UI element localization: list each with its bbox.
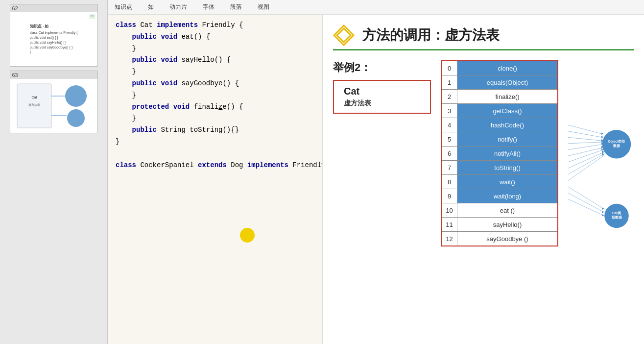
cat-box-title: Cat — [344, 86, 420, 97]
vtable-num-5: 5 — [442, 132, 457, 146]
vtable-num-8: 8 — [442, 175, 457, 189]
svg-marker-24 — [601, 139, 604, 142]
vtable-method-7: toString() — [457, 161, 557, 174]
code-line-4: public void sayHello() { — [116, 54, 314, 66]
svg-text:Cat类: Cat类 — [612, 211, 621, 215]
slide-area: class Cat implements Friendly { public v… — [108, 15, 644, 344]
svg-text:型数据: 型数据 — [612, 216, 622, 220]
vtable-num-11: 11 — [442, 218, 457, 231]
svg-text:Cat: Cat — [31, 96, 37, 99]
svg-point-1 — [65, 85, 87, 107]
slide-preview-63: Cat 虚方法表 — [10, 79, 97, 133]
svg-point-2 — [67, 109, 85, 127]
vtable-num-4: 4 — [442, 118, 457, 132]
svg-text:Object类型: Object类型 — [608, 139, 625, 144]
slide-number-63: 63 — [10, 71, 97, 79]
vtable-num-10: 10 — [442, 203, 457, 217]
vtable-num-2: 2 — [442, 90, 457, 103]
svg-marker-33 — [602, 211, 604, 213]
vtable-num-7: 7 — [442, 161, 457, 174]
vtable-method-12: sayGoodbye () — [457, 232, 557, 246]
slide-preview-62: 知识点 · 如 class Cat implements Friendly { … — [10, 12, 97, 66]
svg-marker-30 — [602, 152, 604, 154]
code-line-2: public void eat() { — [116, 31, 314, 43]
code-panel: class Cat implements Friendly { public v… — [108, 15, 323, 344]
slide-thumb-63[interactable]: 63 Cat 虚方法表 — [10, 71, 98, 133]
svg-line-13 — [568, 144, 603, 149]
vtable-row-8: 8 wait() — [442, 175, 557, 189]
toolbar-knowledge[interactable]: 知识点 — [112, 2, 135, 12]
vtable-method-2: finalize() — [457, 90, 557, 103]
toolbar-font[interactable]: 字体 — [200, 2, 217, 12]
svg-text:数据: 数据 — [613, 144, 620, 148]
svg-marker-31 — [602, 153, 604, 156]
svg-text:虚方法表: 虚方法表 — [28, 103, 40, 106]
cat-class-box: Cat 虚方法表 — [333, 80, 431, 114]
svg-line-12 — [568, 142, 603, 144]
svg-line-14 — [568, 147, 603, 156]
vtable-row-0: 0 clone() — [442, 61, 557, 75]
svg-point-38 — [604, 204, 629, 228]
code-line-5: } — [116, 66, 314, 78]
vtable-row-3: 3 getClass() — [442, 104, 557, 118]
vtable-num-6: 6 — [442, 147, 457, 160]
vtable-method-1: equals(Object) — [457, 75, 557, 89]
svg-marker-23 — [601, 136, 604, 138]
slide-title: 方法的调用：虚方法表 — [333, 25, 634, 50]
example-section: 举例2： Cat 虚方法表 — [333, 60, 431, 114]
vtable-row-4: 4 hashCode() — [442, 118, 557, 132]
cursor-indicator — [240, 228, 255, 243]
vtable-row-10: 10 eat () — [442, 203, 557, 218]
vtable-num-12: 12 — [442, 232, 457, 246]
vtable-row-5: 5 notify() — [442, 132, 557, 147]
vtable-row-12: 12 sayGoodbye () — [442, 232, 557, 246]
svg-marker-32 — [602, 207, 604, 210]
svg-line-18 — [568, 155, 604, 181]
toolbar-view[interactable]: 视图 — [255, 2, 272, 12]
svg-point-35 — [602, 130, 631, 159]
code-line-12 — [116, 148, 314, 160]
svg-line-9 — [568, 125, 603, 134]
vtable-row-6: 6 notifyAll() — [442, 147, 557, 161]
svg-line-19 — [568, 187, 604, 209]
vtable-num-3: 3 — [442, 104, 457, 118]
code-line-3: } — [116, 43, 314, 55]
connections-svg: Object类型 数据 Cat类 型数据 — [568, 60, 634, 305]
svg-line-17 — [568, 154, 604, 174]
vtable-row-1: 1 equals(Object) — [442, 75, 557, 90]
vtable-row-2: 2 finalize() — [442, 90, 557, 104]
vtable-row-7: 7 toString() — [442, 161, 557, 175]
diagram-right: Object类型 数据 Cat类 型数据 — [568, 60, 634, 305]
toolbar-animation[interactable]: 动力片 — [167, 2, 190, 12]
code-line-1: class Cat implements Friendly { — [116, 20, 314, 31]
vtable-method-8: wait() — [457, 175, 557, 189]
code-line-11: } — [116, 136, 314, 148]
code-line-9: } — [116, 113, 314, 124]
toolbar: 知识点 如 动力片 字体 段落 视图 — [108, 0, 644, 15]
toolbar-paragraph[interactable]: 段落 — [227, 2, 245, 12]
vtable-num-9: 9 — [442, 189, 457, 203]
vtable-row-9: 9 wait(long) — [442, 189, 557, 203]
svg-marker-22 — [601, 132, 604, 135]
svg-line-10 — [568, 131, 603, 138]
toolbar-ru[interactable]: 如 — [145, 2, 157, 12]
svg-marker-29 — [602, 150, 604, 152]
example-label: 举例2： — [333, 60, 431, 75]
cat-box-subtitle: 虚方法表 — [344, 99, 420, 108]
slide-title-text: 方法的调用：虚方法表 — [362, 26, 500, 45]
vtable-method-0: clone() — [457, 61, 557, 75]
slide-content: 举例2： Cat 虚方法表 0 clone() 1 — [333, 60, 634, 339]
diamond-icon — [333, 25, 355, 46]
diagram-panel: 方法的调用：虚方法表 举例2： Cat 虚方法表 0 clo — [323, 15, 644, 344]
svg-line-15 — [568, 150, 603, 162]
vtable-num-0: 0 — [442, 61, 457, 75]
svg-marker-34 — [602, 214, 604, 217]
svg-line-11 — [568, 137, 603, 141]
code-line-13: class CockerSpaniel extends Dog implemen… — [116, 160, 314, 172]
main-content: 知识点 如 动力片 字体 段落 视图 class Cat implements … — [108, 0, 644, 344]
svg-line-16 — [568, 152, 604, 168]
vtable-method-10: eat () — [457, 203, 557, 217]
code-line-8: protected void finalize() { — [116, 101, 314, 113]
slide-thumb-62[interactable]: 62 知识点 · 如 class Cat implements Friendly… — [10, 4, 98, 67]
svg-marker-28 — [601, 148, 604, 150]
